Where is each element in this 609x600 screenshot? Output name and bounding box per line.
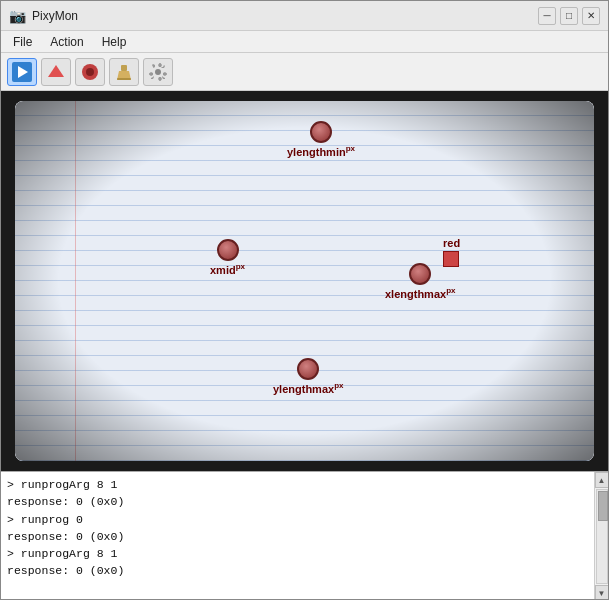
settings-icon bbox=[148, 62, 168, 82]
toolbar-settings-button[interactable] bbox=[143, 58, 173, 86]
toolbar-run-button[interactable] bbox=[7, 58, 37, 86]
toolbar-flash-button[interactable] bbox=[109, 58, 139, 86]
menu-action[interactable]: Action bbox=[42, 33, 91, 51]
toolbar bbox=[1, 53, 608, 91]
svg-marker-2 bbox=[48, 65, 64, 77]
console-line: response: 0 (0x0) bbox=[7, 562, 588, 579]
camera-canvas: ylengthminpx xmidpx red xlengthmaxpx bbox=[15, 101, 594, 461]
red-square-marker bbox=[443, 251, 459, 267]
toolbar-config-button[interactable] bbox=[75, 58, 105, 86]
console-line: > runprogArg 8 1 bbox=[7, 476, 588, 493]
scroll-track bbox=[596, 489, 608, 584]
svg-point-8 bbox=[155, 69, 161, 75]
run-icon bbox=[12, 62, 32, 82]
vignette-overlay bbox=[15, 101, 594, 461]
svg-rect-7 bbox=[117, 78, 131, 80]
console-area: > runprogArg 8 1response: 0 (0x0)> runpr… bbox=[1, 471, 608, 600]
scroll-up-arrow[interactable]: ▲ bbox=[595, 472, 609, 488]
console-line: response: 0 (0x0) bbox=[7, 528, 588, 545]
menu-bar: File Action Help bbox=[1, 31, 608, 53]
toolbar-stop-button[interactable] bbox=[41, 58, 71, 86]
console-line: > runprog 0 bbox=[7, 511, 588, 528]
console-text[interactable]: > runprogArg 8 1response: 0 (0x0)> runpr… bbox=[1, 472, 594, 600]
maximize-button[interactable]: □ bbox=[560, 7, 578, 25]
menu-file[interactable]: File bbox=[5, 33, 40, 51]
stop-icon bbox=[46, 62, 66, 82]
title-text: PixyMon bbox=[32, 9, 78, 23]
minimize-button[interactable]: ─ bbox=[538, 7, 556, 25]
app-icon: 📷 bbox=[9, 8, 26, 24]
red-label: red bbox=[443, 237, 460, 249]
console-scrollbar: ▲ ▼ bbox=[594, 472, 608, 600]
main-content: ylengthminpx xmidpx red xlengthmaxpx bbox=[1, 91, 608, 600]
console-line: response: 0 (0x0) bbox=[7, 493, 588, 510]
console-line: > runprogArg 8 1 bbox=[7, 545, 588, 562]
menu-help[interactable]: Help bbox=[94, 33, 135, 51]
config-icon bbox=[80, 62, 100, 82]
svg-point-4 bbox=[86, 68, 94, 76]
title-left: 📷 PixyMon bbox=[9, 8, 78, 24]
title-bar: 📷 PixyMon ─ □ ✕ bbox=[1, 1, 608, 31]
flash-icon bbox=[114, 62, 134, 82]
svg-rect-5 bbox=[121, 65, 127, 71]
scroll-down-arrow[interactable]: ▼ bbox=[595, 585, 609, 600]
close-button[interactable]: ✕ bbox=[582, 7, 600, 25]
camera-view: ylengthminpx xmidpx red xlengthmaxpx bbox=[1, 91, 608, 471]
title-controls: ─ □ ✕ bbox=[538, 7, 600, 25]
scroll-thumb[interactable] bbox=[598, 491, 608, 521]
